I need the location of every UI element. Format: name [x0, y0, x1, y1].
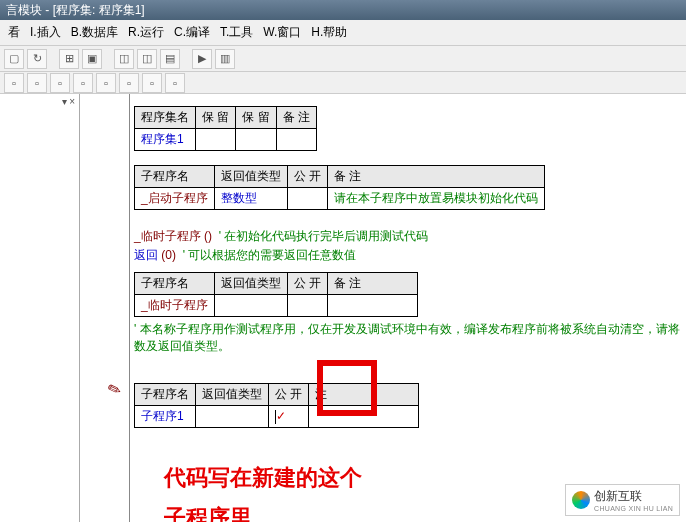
gutter: ✎ [84, 94, 130, 522]
toolbar2-btn-4[interactable]: ▫ [73, 73, 93, 93]
cell[interactable] [328, 295, 418, 317]
subroutine-table-2: 子程序名 返回值类型 公 开 备 注 _临时子程序 [134, 272, 418, 317]
sub-name-cell[interactable]: _启动子程序 [135, 188, 215, 210]
code-paren: () [204, 229, 212, 243]
toolbar-btn-4[interactable]: ▣ [82, 49, 102, 69]
toolbar-btn-6[interactable]: ◫ [137, 49, 157, 69]
menu-compile[interactable]: C.编译 [170, 22, 214, 43]
comment-line: ' 本名称子程序用作测试程序用，仅在开发及调试环境中有效，编译发布程序前将被系统… [134, 321, 686, 355]
watermark-brand: 创新互联 [594, 488, 673, 505]
th-assembly-name: 程序集名 [135, 107, 196, 129]
toolbar-btn-5[interactable]: ◫ [114, 49, 134, 69]
th-sub-name: 子程序名 [135, 166, 215, 188]
sub-name-cell[interactable]: 子程序1 [135, 406, 196, 428]
th-sub-name: 子程序名 [135, 273, 215, 295]
panel-close-icon[interactable]: × [69, 96, 75, 107]
toolbar-btn-7[interactable]: ▤ [160, 49, 180, 69]
th-remark: 备 注 [328, 166, 545, 188]
menu-run[interactable]: R.运行 [124, 22, 168, 43]
toolbar-btn-8[interactable]: ▥ [215, 49, 235, 69]
code-call: _临时子程序 [134, 229, 201, 243]
code-line[interactable]: 返回 (0) ' 可以根据您的需要返回任意数值 [134, 247, 686, 264]
th-public: 公 开 [269, 384, 309, 406]
th-sub-name: 子程序名 [135, 384, 196, 406]
remark-cell[interactable] [309, 406, 419, 428]
code-editor[interactable]: ✎ 程序集名 保 留 保 留 备 注 程序集1 [80, 94, 686, 522]
toolbar-sep [50, 49, 56, 69]
return-type-cell[interactable]: 整数型 [214, 188, 287, 210]
menu-help[interactable]: H.帮助 [307, 22, 351, 43]
cell[interactable] [287, 295, 327, 317]
toolbar-btn-1[interactable]: ▢ [4, 49, 24, 69]
toolbar-sep [183, 49, 189, 69]
check-icon: ✓ [276, 409, 286, 423]
toolbar2-btn-8[interactable]: ▫ [165, 73, 185, 93]
assembly-name-cell[interactable]: 程序集1 [135, 129, 196, 151]
menu-tool[interactable]: T.工具 [216, 22, 257, 43]
th-remark: 备 注 [276, 107, 316, 129]
return-type-cell[interactable] [196, 406, 269, 428]
subroutine-table-1: 子程序名 返回值类型 公 开 备 注 _启动子程序 整数型 请在本子程序中放置易… [134, 165, 545, 210]
subroutine-table-3: 子程序名 返回值类型 公 开 注 子程序1 ✓ [134, 383, 419, 428]
window-title: 言模块 - [程序集: 程序集1] [0, 0, 686, 20]
code-comment: ' 可以根据您的需要返回任意数值 [183, 248, 357, 262]
menu-insert[interactable]: I.插入 [26, 22, 65, 43]
remark-cell[interactable]: 请在本子程序中放置易模块初始化代码 [328, 188, 545, 210]
arrow-marker-icon: ✎ [105, 378, 124, 400]
watermark-logo-icon [572, 491, 590, 509]
watermark-domain: CHUANG XIN HU LIAN [594, 505, 673, 512]
left-panel: ▾ × [0, 94, 80, 522]
th-public: 公 开 [287, 273, 327, 295]
toolbar-sep [105, 49, 111, 69]
assembly-table: 程序集名 保 留 保 留 备 注 程序集1 [134, 106, 317, 151]
toolbar2-btn-3[interactable]: ▫ [50, 73, 70, 93]
menu-window[interactable]: W.窗口 [259, 22, 305, 43]
toolbar-2: ▫ ▫ ▫ ▫ ▫ ▫ ▫ ▫ [0, 72, 686, 94]
panel-dropdown-icon[interactable]: ▾ [62, 96, 67, 107]
cell[interactable] [276, 129, 316, 151]
th-reserve1: 保 留 [196, 107, 236, 129]
code-value: (0) [161, 248, 176, 262]
cell[interactable] [214, 295, 287, 317]
th-reserve2: 保 留 [236, 107, 276, 129]
th-return-type: 返回值类型 [214, 273, 287, 295]
toolbar-btn-2[interactable]: ↻ [27, 49, 47, 69]
th-public: 公 开 [287, 166, 327, 188]
th-remark: 注 [309, 384, 419, 406]
toolbar2-btn-7[interactable]: ▫ [142, 73, 162, 93]
toolbar: ▢ ↻ ⊞ ▣ ◫ ◫ ▤ ▶ ▥ [0, 46, 686, 72]
cell[interactable] [196, 129, 236, 151]
public-cell[interactable] [287, 188, 327, 210]
th-remark: 备 注 [328, 273, 418, 295]
menu-database[interactable]: B.数据库 [67, 22, 122, 43]
code-keyword: 返回 [134, 248, 158, 262]
public-cell[interactable]: ✓ [269, 406, 309, 428]
watermark: 创新互联 CHUANG XIN HU LIAN [565, 484, 680, 516]
toolbar-run-icon[interactable]: ▶ [192, 49, 212, 69]
menu-view[interactable]: 看 [4, 22, 24, 43]
toolbar2-btn-2[interactable]: ▫ [27, 73, 47, 93]
th-return-type: 返回值类型 [214, 166, 287, 188]
menu-bar: 看 I.插入 B.数据库 R.运行 C.编译 T.工具 W.窗口 H.帮助 [0, 20, 686, 46]
code-comment: ' 在初始化代码执行完毕后调用测试代码 [219, 229, 429, 243]
code-line[interactable]: _临时子程序 () ' 在初始化代码执行完毕后调用测试代码 [134, 228, 686, 245]
toolbar2-btn-6[interactable]: ▫ [119, 73, 139, 93]
toolbar-btn-3[interactable]: ⊞ [59, 49, 79, 69]
toolbar2-btn-1[interactable]: ▫ [4, 73, 24, 93]
th-return-type: 返回值类型 [196, 384, 269, 406]
sub-name-cell[interactable]: _临时子程序 [135, 295, 215, 317]
toolbar2-btn-5[interactable]: ▫ [96, 73, 116, 93]
cell[interactable] [236, 129, 276, 151]
